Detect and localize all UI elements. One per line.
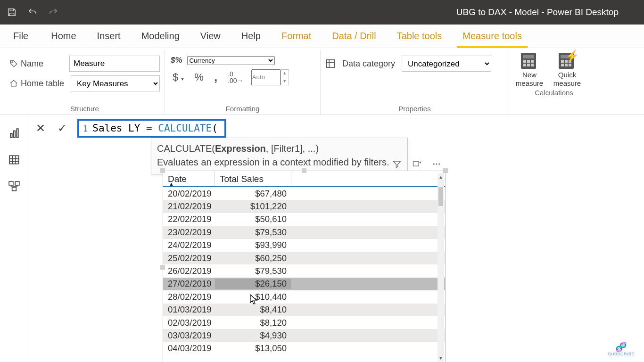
group-caption-structure: Structure bbox=[9, 104, 160, 115]
calculator-icon bbox=[521, 53, 536, 69]
tab-insert[interactable]: Insert bbox=[87, 25, 131, 48]
dna-icon: 🧬 bbox=[608, 342, 635, 352]
svg-rect-7 bbox=[15, 181, 19, 185]
svg-rect-2 bbox=[10, 133, 12, 138]
table-row[interactable]: 21/02/2019$101,220 bbox=[163, 200, 445, 213]
redo-icon[interactable] bbox=[48, 7, 58, 17]
scroll-up-icon[interactable]: ▲ bbox=[438, 173, 444, 181]
data-view-icon[interactable] bbox=[7, 153, 21, 167]
table-visual[interactable]: ▲ ▼ Date ▲ Total Sales 20/02/2019$67,480… bbox=[163, 171, 446, 362]
cell-date: 21/02/2019 bbox=[163, 201, 215, 212]
group-caption-calculations: Calculations bbox=[514, 88, 594, 99]
resize-handle[interactable] bbox=[443, 168, 448, 173]
save-icon[interactable] bbox=[7, 7, 17, 17]
new-measure-button[interactable]: New measure bbox=[514, 53, 545, 88]
scroll-down-icon[interactable]: ▼ bbox=[438, 354, 444, 362]
tab-home[interactable]: Home bbox=[41, 25, 86, 48]
hometable-select[interactable]: Key Measures bbox=[71, 75, 160, 91]
name-label: Name bbox=[21, 59, 43, 69]
svg-rect-3 bbox=[13, 131, 15, 138]
intellisense-tooltip: CALCULATE(Expression, [Filter1], ...) Ev… bbox=[151, 138, 408, 174]
formula-commit-button[interactable]: ✓ bbox=[56, 122, 69, 135]
formula-cancel-button[interactable]: ✕ bbox=[34, 122, 47, 135]
ribbon-body: Name Home table Key Measures Structure bbox=[0, 48, 644, 115]
tab-data-drill[interactable]: Data / Drill bbox=[322, 25, 386, 48]
scroll-thumb[interactable] bbox=[438, 187, 443, 206]
svg-rect-1 bbox=[327, 60, 335, 68]
canvas[interactable]: ✕ ✓ 1 Sales LY = CALCULATE( CALCULATE(Ex… bbox=[28, 115, 644, 362]
sort-asc-icon: ▲ bbox=[169, 181, 174, 187]
resize-handle[interactable] bbox=[302, 168, 306, 173]
tab-file[interactable]: File bbox=[8, 25, 41, 48]
comma-button[interactable]: , bbox=[211, 69, 220, 85]
table-row[interactable]: 20/02/2019$67,480 bbox=[163, 187, 445, 200]
category-icon bbox=[325, 58, 336, 69]
tab-view[interactable]: View bbox=[190, 25, 231, 48]
cell-date: 27/02/2019 bbox=[163, 279, 215, 289]
focus-mode-icon[interactable] bbox=[411, 158, 422, 170]
table-row[interactable]: 26/02/2019$79,530 bbox=[163, 264, 445, 277]
tab-modeling[interactable]: Modeling bbox=[131, 25, 190, 48]
table-row[interactable]: 23/02/2019$79,530 bbox=[163, 226, 445, 239]
tab-help[interactable]: Help bbox=[231, 25, 271, 48]
more-options-icon[interactable] bbox=[431, 158, 442, 170]
table-row[interactable]: 22/02/2019$50,610 bbox=[163, 213, 445, 226]
name-input[interactable] bbox=[69, 56, 160, 72]
svg-rect-4 bbox=[17, 129, 18, 137]
cell-sales: $79,530 bbox=[215, 266, 291, 276]
report-view-icon[interactable] bbox=[7, 126, 21, 140]
decimal-places-input[interactable] bbox=[251, 69, 281, 85]
quick-measure-button[interactable]: ⚡ Quick measure bbox=[552, 53, 583, 88]
ribbon-group-structure: Name Home table Key Measures Structure bbox=[5, 50, 165, 115]
currency-button[interactable]: $ ▾ bbox=[170, 70, 187, 84]
svg-rect-6 bbox=[9, 181, 13, 185]
decimal-stepper[interactable]: ▲▼ bbox=[281, 69, 289, 85]
table-row[interactable]: 27/02/2019$26,150 bbox=[163, 278, 445, 290]
model-view-icon[interactable] bbox=[7, 179, 21, 193]
cell-date: 25/02/2019 bbox=[163, 253, 215, 263]
svg-rect-9 bbox=[413, 161, 419, 166]
cell-sales: $101,220 bbox=[215, 201, 291, 212]
table-row[interactable]: 04/03/2019$13,050 bbox=[163, 342, 445, 355]
home-icon bbox=[9, 79, 18, 88]
cell-sales: $8,410 bbox=[215, 304, 291, 315]
column-header-date[interactable]: Date ▲ bbox=[163, 171, 215, 186]
table-row[interactable]: 02/03/2019$8,120 bbox=[163, 316, 445, 329]
tab-measure-tools[interactable]: Measure tools bbox=[452, 25, 532, 48]
ribbon-group-calculations: New measure ⚡ Quick measure Calculations bbox=[509, 50, 599, 115]
svg-point-11 bbox=[436, 164, 438, 165]
tag-icon bbox=[9, 59, 18, 68]
table-row[interactable]: 24/02/2019$93,990 bbox=[163, 239, 445, 252]
resize-handle[interactable] bbox=[160, 265, 165, 270]
cell-sales: $13,050 bbox=[215, 343, 291, 354]
table-row[interactable]: 25/02/2019$60,250 bbox=[163, 252, 445, 264]
table-row[interactable]: 28/02/2019$10,440 bbox=[163, 290, 445, 303]
undo-icon[interactable] bbox=[27, 7, 38, 17]
cell-sales: $60,250 bbox=[215, 253, 291, 263]
cell-date: 23/02/2019 bbox=[163, 227, 215, 238]
percent-button[interactable]: % bbox=[191, 70, 206, 84]
tab-format[interactable]: Format bbox=[271, 25, 322, 48]
group-caption-formatting: Formatting bbox=[170, 104, 315, 115]
table-row[interactable]: 03/03/2019$4,930 bbox=[163, 329, 445, 342]
cell-date: 02/03/2019 bbox=[163, 318, 215, 328]
ribbon-tabs: File Home Insert Modeling View Help Form… bbox=[0, 25, 644, 48]
cell-sales: $67,480 bbox=[215, 189, 291, 199]
svg-rect-8 bbox=[12, 187, 16, 191]
table-row[interactable]: 01/03/2019$8,410 bbox=[163, 304, 445, 316]
format-select[interactable]: Currency bbox=[187, 56, 275, 65]
filter-icon[interactable] bbox=[391, 158, 403, 170]
cell-date: 04/03/2019 bbox=[163, 343, 215, 354]
scrollbar[interactable]: ▲ ▼ bbox=[438, 173, 444, 362]
cell-sales: $50,610 bbox=[215, 214, 291, 224]
formula-input[interactable]: 1 Sales LY = CALCULATE( bbox=[77, 119, 226, 138]
workspace: ✕ ✓ 1 Sales LY = CALCULATE( CALCULATE(Ex… bbox=[0, 115, 644, 362]
column-header-sales[interactable]: Total Sales bbox=[215, 171, 291, 186]
tab-table-tools[interactable]: Table tools bbox=[387, 25, 453, 48]
datacategory-select[interactable]: Uncategorized bbox=[402, 56, 491, 72]
decimal-button[interactable]: .0.00→ bbox=[225, 70, 246, 85]
datacategory-label: Data category bbox=[342, 59, 395, 69]
cell-date: 22/02/2019 bbox=[163, 214, 215, 224]
cell-date: 20/02/2019 bbox=[163, 189, 215, 199]
cell-sales: $8,120 bbox=[215, 318, 291, 328]
